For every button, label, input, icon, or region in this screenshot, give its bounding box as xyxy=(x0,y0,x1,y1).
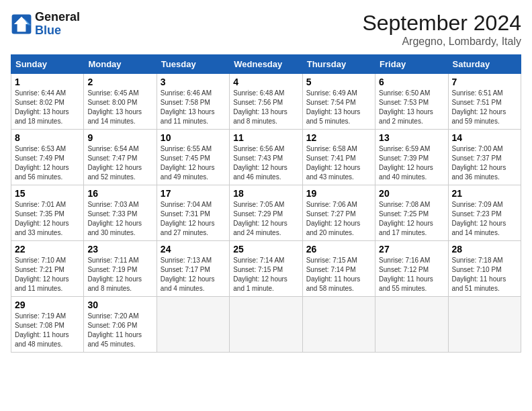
calendar-header-row: SundayMondayTuesdayWednesdayThursdayFrid… xyxy=(11,55,521,74)
col-header-thursday: Thursday xyxy=(302,55,375,74)
calendar-table: SundayMondayTuesdayWednesdayThursdayFrid… xyxy=(11,54,521,353)
day-number: 11 xyxy=(233,132,298,143)
calendar-cell: 10Sunrise: 6:55 AMSunset: 7:45 PMDayligh… xyxy=(157,130,229,185)
day-detail: Sunrise: 7:10 AMSunset: 7:21 PMDaylight:… xyxy=(15,257,69,292)
day-detail: Sunrise: 7:18 AMSunset: 7:10 PMDaylight:… xyxy=(452,257,506,292)
day-detail: Sunrise: 7:06 AMSunset: 7:27 PMDaylight:… xyxy=(306,201,361,236)
calendar-cell: 15Sunrise: 7:01 AMSunset: 7:35 PMDayligh… xyxy=(11,185,84,241)
calendar-cell: 7Sunrise: 6:51 AMSunset: 7:51 PMDaylight… xyxy=(448,74,521,130)
calendar-cell: 11Sunrise: 6:56 AMSunset: 7:43 PMDayligh… xyxy=(230,130,302,185)
day-detail: Sunrise: 7:19 AMSunset: 7:08 PMDaylight:… xyxy=(15,312,69,348)
day-detail: Sunrise: 7:16 AMSunset: 7:12 PMDaylight:… xyxy=(379,257,433,292)
day-number: 22 xyxy=(15,244,80,255)
day-number: 3 xyxy=(161,77,226,87)
calendar-cell: 25Sunrise: 7:14 AMSunset: 7:15 PMDayligh… xyxy=(230,241,302,297)
day-number: 26 xyxy=(306,244,371,255)
day-detail: Sunrise: 6:56 AMSunset: 7:43 PMDaylight:… xyxy=(233,145,287,181)
calendar-cell: 21Sunrise: 7:09 AMSunset: 7:23 PMDayligh… xyxy=(448,185,521,241)
day-number: 7 xyxy=(452,77,517,87)
day-number: 5 xyxy=(306,77,371,87)
day-detail: Sunrise: 7:01 AMSunset: 7:35 PMDaylight:… xyxy=(15,201,69,236)
calendar-cell: 12Sunrise: 6:58 AMSunset: 7:41 PMDayligh… xyxy=(302,130,375,185)
col-header-wednesday: Wednesday xyxy=(230,55,302,74)
day-detail: Sunrise: 6:55 AMSunset: 7:45 PMDaylight:… xyxy=(161,145,215,181)
day-detail: Sunrise: 6:59 AMSunset: 7:39 PMDaylight:… xyxy=(379,145,433,181)
general-blue-icon xyxy=(11,13,32,35)
calendar-cell xyxy=(230,297,302,353)
day-number: 4 xyxy=(233,77,298,87)
calendar-cell: 22Sunrise: 7:10 AMSunset: 7:21 PMDayligh… xyxy=(11,241,84,297)
day-detail: Sunrise: 6:44 AMSunset: 8:02 PMDaylight:… xyxy=(15,89,69,125)
day-number: 17 xyxy=(161,188,226,199)
calendar-cell: 5Sunrise: 6:49 AMSunset: 7:54 PMDaylight… xyxy=(302,74,375,130)
day-number: 30 xyxy=(87,300,152,310)
day-number: 23 xyxy=(87,244,152,255)
logo: General Blue xyxy=(11,11,80,38)
week-row-5: 29Sunrise: 7:19 AMSunset: 7:08 PMDayligh… xyxy=(11,297,521,353)
week-row-1: 1Sunrise: 6:44 AMSunset: 8:02 PMDaylight… xyxy=(11,74,521,130)
day-number: 24 xyxy=(161,244,226,255)
calendar-cell: 30Sunrise: 7:20 AMSunset: 7:06 PMDayligh… xyxy=(84,297,157,353)
day-number: 20 xyxy=(379,188,444,199)
day-number: 15 xyxy=(15,188,80,199)
calendar-cell: 24Sunrise: 7:13 AMSunset: 7:17 PMDayligh… xyxy=(157,241,229,297)
day-detail: Sunrise: 7:08 AMSunset: 7:25 PMDaylight:… xyxy=(379,201,433,236)
day-number: 19 xyxy=(306,188,371,199)
day-number: 16 xyxy=(87,188,152,199)
title-block: September 2024 Argegno, Lombardy, Italy xyxy=(362,11,521,48)
calendar-cell: 20Sunrise: 7:08 AMSunset: 7:25 PMDayligh… xyxy=(375,185,448,241)
day-detail: Sunrise: 6:51 AMSunset: 7:51 PMDaylight:… xyxy=(452,89,506,125)
calendar-cell: 23Sunrise: 7:11 AMSunset: 7:19 PMDayligh… xyxy=(84,241,157,297)
day-detail: Sunrise: 6:50 AMSunset: 7:53 PMDaylight:… xyxy=(379,89,433,125)
day-number: 2 xyxy=(87,77,152,87)
calendar-cell: 9Sunrise: 6:54 AMSunset: 7:47 PMDaylight… xyxy=(84,130,157,185)
calendar-cell: 27Sunrise: 7:16 AMSunset: 7:12 PMDayligh… xyxy=(375,241,448,297)
week-row-2: 8Sunrise: 6:53 AMSunset: 7:49 PMDaylight… xyxy=(11,130,521,185)
day-detail: Sunrise: 7:09 AMSunset: 7:23 PMDaylight:… xyxy=(452,201,506,236)
day-detail: Sunrise: 6:48 AMSunset: 7:56 PMDaylight:… xyxy=(233,89,287,125)
page-header: General Blue September 2024 Argegno, Lom… xyxy=(11,11,521,48)
calendar-cell xyxy=(157,297,229,353)
day-detail: Sunrise: 7:11 AMSunset: 7:19 PMDaylight:… xyxy=(87,257,142,292)
day-number: 12 xyxy=(306,132,371,143)
calendar-cell: 16Sunrise: 7:03 AMSunset: 7:33 PMDayligh… xyxy=(84,185,157,241)
day-number: 13 xyxy=(379,132,444,143)
day-detail: Sunrise: 6:46 AMSunset: 7:58 PMDaylight:… xyxy=(161,89,215,125)
calendar-cell: 18Sunrise: 7:05 AMSunset: 7:29 PMDayligh… xyxy=(230,185,302,241)
day-detail: Sunrise: 6:54 AMSunset: 7:47 PMDaylight:… xyxy=(87,145,142,181)
day-detail: Sunrise: 7:20 AMSunset: 7:06 PMDaylight:… xyxy=(87,312,142,348)
col-header-saturday: Saturday xyxy=(448,55,521,74)
col-header-tuesday: Tuesday xyxy=(157,55,229,74)
day-number: 21 xyxy=(452,188,517,199)
day-detail: Sunrise: 7:14 AMSunset: 7:15 PMDaylight:… xyxy=(233,257,287,292)
calendar-cell: 8Sunrise: 6:53 AMSunset: 7:49 PMDaylight… xyxy=(11,130,84,185)
col-header-friday: Friday xyxy=(375,55,448,74)
day-detail: Sunrise: 6:58 AMSunset: 7:41 PMDaylight:… xyxy=(306,145,361,181)
week-row-4: 22Sunrise: 7:10 AMSunset: 7:21 PMDayligh… xyxy=(11,241,521,297)
day-detail: Sunrise: 7:00 AMSunset: 7:37 PMDaylight:… xyxy=(452,145,506,181)
day-number: 6 xyxy=(379,77,444,87)
col-header-monday: Monday xyxy=(84,55,157,74)
day-detail: Sunrise: 7:13 AMSunset: 7:17 PMDaylight:… xyxy=(161,257,215,292)
day-number: 14 xyxy=(452,132,517,143)
calendar-cell: 26Sunrise: 7:15 AMSunset: 7:14 PMDayligh… xyxy=(302,241,375,297)
day-number: 25 xyxy=(233,244,298,255)
calendar-cell xyxy=(448,297,521,353)
day-number: 28 xyxy=(452,244,517,255)
col-header-sunday: Sunday xyxy=(11,55,84,74)
calendar-cell xyxy=(375,297,448,353)
calendar-cell: 6Sunrise: 6:50 AMSunset: 7:53 PMDaylight… xyxy=(375,74,448,130)
day-detail: Sunrise: 6:53 AMSunset: 7:49 PMDaylight:… xyxy=(15,145,69,181)
calendar-cell: 17Sunrise: 7:04 AMSunset: 7:31 PMDayligh… xyxy=(157,185,229,241)
calendar-cell: 3Sunrise: 6:46 AMSunset: 7:58 PMDaylight… xyxy=(157,74,229,130)
day-detail: Sunrise: 6:49 AMSunset: 7:54 PMDaylight:… xyxy=(306,89,361,125)
day-detail: Sunrise: 7:03 AMSunset: 7:33 PMDaylight:… xyxy=(87,201,142,236)
day-detail: Sunrise: 7:05 AMSunset: 7:29 PMDaylight:… xyxy=(233,201,287,236)
day-number: 29 xyxy=(15,300,80,310)
day-detail: Sunrise: 6:45 AMSunset: 8:00 PMDaylight:… xyxy=(87,89,142,125)
month-title: September 2024 xyxy=(362,11,521,36)
calendar-cell: 13Sunrise: 6:59 AMSunset: 7:39 PMDayligh… xyxy=(375,130,448,185)
day-detail: Sunrise: 7:04 AMSunset: 7:31 PMDaylight:… xyxy=(161,201,215,236)
logo-blue: Blue xyxy=(35,24,80,38)
calendar-cell: 2Sunrise: 6:45 AMSunset: 8:00 PMDaylight… xyxy=(84,74,157,130)
